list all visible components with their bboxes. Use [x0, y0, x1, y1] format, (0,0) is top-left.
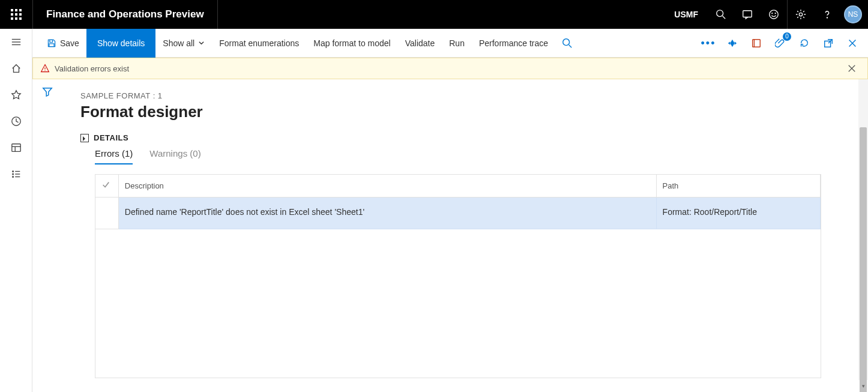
svg-point-39 [44, 70, 45, 71]
svg-point-12 [770, 10, 778, 19]
run-button[interactable]: Run [442, 29, 472, 58]
refresh-icon[interactable] [792, 29, 816, 58]
show-details-button[interactable]: Show details [86, 29, 155, 58]
messages-icon[interactable] [734, 0, 761, 29]
column-header-description[interactable]: Description [118, 175, 656, 198]
favorites-star-icon[interactable] [9, 88, 23, 102]
feedback-smile-icon[interactable] [761, 0, 787, 29]
attachments-icon[interactable] [768, 29, 792, 58]
show-all-label: Show all [163, 38, 194, 48]
table-row[interactable]: Defined name 'ReportTitle' does not exis… [95, 198, 821, 229]
app-launcher-icon[interactable] [0, 0, 32, 29]
validation-message-bar: Validation errors exist [32, 58, 868, 79]
filter-funnel-icon [42, 86, 53, 97]
warning-triangle-icon [40, 64, 50, 73]
section-collapse-icon [80, 134, 89, 142]
svg-rect-7 [15, 17, 17, 20]
top-navbar: Finance and Operations Preview USMF NS [0, 0, 868, 29]
svg-rect-30 [50, 40, 53, 42]
hamburger-menu-icon[interactable] [9, 35, 23, 49]
main-region: Save Show details Show all Format enumer… [32, 29, 868, 392]
close-page-icon[interactable] [840, 29, 864, 58]
table-header-row: Description Path [95, 175, 821, 198]
validation-message-text: Validation errors exist [55, 64, 129, 73]
breadcrumb: SAMPLE FORMAT : 1 [80, 91, 868, 100]
filter-pane-toggle[interactable] [32, 79, 62, 392]
svg-point-14 [775, 13, 776, 14]
command-bar: Save Show details Show all Format enumer… [32, 29, 868, 58]
svg-point-24 [12, 171, 13, 172]
vertical-scrollbar[interactable]: ▾ [858, 79, 868, 380]
details-tabs: Errors (1) Warnings (0) [95, 148, 868, 164]
details-section-header[interactable]: DETAILS [80, 133, 868, 142]
column-header-path[interactable]: Path [656, 175, 820, 198]
svg-rect-1 [15, 9, 17, 11]
diamond-icon[interactable] [720, 29, 744, 58]
svg-line-33 [569, 44, 572, 47]
more-actions-icon[interactable]: ••• [696, 29, 720, 58]
svg-rect-21 [11, 144, 20, 152]
save-label: Save [60, 38, 79, 48]
row-selector[interactable] [95, 198, 118, 229]
left-navigation-rail [0, 29, 32, 392]
svg-point-15 [799, 13, 802, 16]
dismiss-message-icon[interactable] [843, 60, 860, 77]
select-all-checkbox[interactable] [95, 175, 118, 198]
map-format-button[interactable]: Map format to model [306, 29, 397, 58]
svg-point-9 [717, 10, 723, 17]
app-title: Finance and Operations Preview [32, 0, 218, 29]
svg-point-13 [772, 13, 773, 14]
svg-rect-6 [11, 17, 13, 20]
tab-errors[interactable]: Errors (1) [95, 148, 133, 164]
svg-point-28 [12, 176, 13, 178]
svg-line-10 [723, 16, 726, 19]
svg-rect-11 [743, 11, 752, 17]
svg-point-16 [827, 17, 827, 18]
svg-rect-0 [11, 9, 13, 11]
errors-grid: Description Path Defined name 'ReportTit… [95, 174, 821, 378]
tab-warnings[interactable]: Warnings (0) [149, 148, 200, 164]
svg-rect-31 [49, 43, 54, 46]
popout-icon[interactable] [816, 29, 840, 58]
modules-list-icon[interactable] [9, 167, 23, 181]
cmd-search-icon[interactable] [555, 29, 579, 58]
company-selector[interactable]: USMF [665, 10, 708, 19]
section-label: DETAILS [94, 133, 128, 142]
user-avatar[interactable]: NS [844, 5, 862, 23]
svg-rect-34 [753, 39, 761, 47]
svg-rect-3 [11, 13, 13, 16]
svg-rect-8 [19, 17, 22, 20]
cell-description[interactable]: Defined name 'ReportTitle' does not exis… [118, 198, 656, 229]
settings-gear-icon[interactable] [788, 0, 814, 29]
recent-clock-icon[interactable] [9, 114, 23, 128]
cell-path[interactable]: Format: Root/Report/Title [656, 198, 820, 229]
scrollbar-thumb[interactable] [860, 127, 867, 392]
format-enumerations-button[interactable]: Format enumerations [212, 29, 306, 58]
save-icon [47, 38, 56, 48]
workspaces-icon[interactable] [9, 140, 23, 155]
help-icon[interactable] [814, 0, 840, 29]
content-body: SAMPLE FORMAT : 1 Format designer DETAIL… [32, 79, 868, 392]
svg-point-26 [12, 173, 13, 175]
performance-trace-button[interactable]: Performance trace [472, 29, 555, 58]
search-icon[interactable] [708, 0, 734, 29]
scroll-down-arrow[interactable]: ▾ [858, 381, 868, 391]
office-icon[interactable] [744, 29, 768, 58]
svg-rect-2 [19, 9, 22, 11]
svg-point-32 [563, 38, 570, 45]
page-title: Format designer [80, 103, 868, 121]
validate-button[interactable]: Validate [398, 29, 442, 58]
svg-rect-4 [15, 13, 17, 16]
save-button[interactable]: Save [40, 29, 86, 58]
chevron-down-icon [198, 40, 205, 46]
svg-rect-5 [19, 13, 22, 16]
home-icon[interactable] [9, 61, 23, 76]
show-all-button[interactable]: Show all [155, 29, 212, 58]
